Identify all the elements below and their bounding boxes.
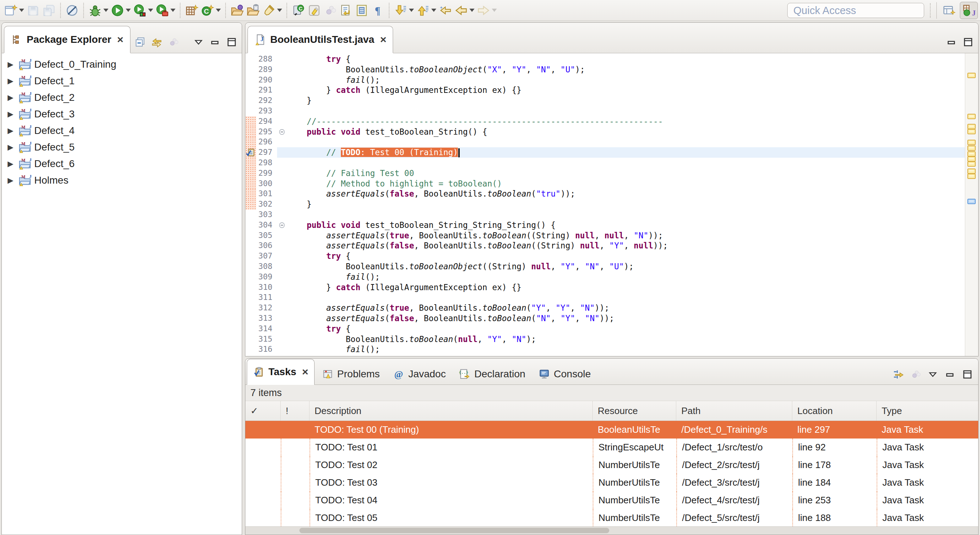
expand-arrow-icon[interactable]: ▶ bbox=[5, 126, 16, 135]
code-line-302[interactable]: 302 } bbox=[245, 199, 965, 210]
run-button[interactable] bbox=[110, 2, 132, 19]
code-line-292[interactable]: 292 } bbox=[245, 95, 965, 106]
fold-minus-icon[interactable] bbox=[278, 128, 286, 136]
annotate-brush-button[interactable] bbox=[261, 2, 283, 19]
tree-item-defect_3[interactable]: ▶MJDefect_3 bbox=[2, 106, 242, 122]
team-sync-icon[interactable] bbox=[167, 37, 179, 48]
tab-booleanutilstest[interactable]: J BooleanUtilsTest.java × bbox=[248, 26, 393, 53]
tab-console[interactable]: Console bbox=[533, 364, 597, 384]
open-perspective-button[interactable] bbox=[940, 2, 958, 19]
clipboard-folder-button[interactable] bbox=[245, 2, 261, 19]
dropdown-caret-icon[interactable] bbox=[19, 9, 24, 12]
code-line-306[interactable]: 306 assertEquals(false, BooleanUtils.toB… bbox=[245, 240, 965, 251]
code-line-298[interactable]: 298 bbox=[245, 158, 965, 168]
code-line-290[interactable]: 290 fail(); bbox=[245, 75, 965, 85]
code-line-314[interactable]: 314 try { bbox=[245, 324, 965, 334]
tree-item-defect_4[interactable]: ▶MJDefect_4 bbox=[2, 122, 242, 139]
close-icon[interactable]: × bbox=[117, 34, 124, 45]
show-whitespace-button[interactable]: ¶ bbox=[370, 2, 385, 19]
new-java-project-button[interactable] bbox=[184, 2, 200, 19]
tab-package-explorer[interactable]: Package Explorer × bbox=[4, 26, 130, 53]
tree-item-defect_2[interactable]: ▶MJDefect_2 bbox=[2, 89, 242, 106]
task-annotation-mark[interactable] bbox=[967, 168, 976, 174]
open-type-folder-button[interactable] bbox=[229, 2, 245, 19]
column-header-description[interactable]: Description bbox=[310, 401, 593, 421]
tab-tasks[interactable]: Tasks× bbox=[247, 359, 315, 385]
task-row[interactable]: TODO: Test 02NumberUtilsTe/Defect_2/src/… bbox=[245, 456, 978, 474]
dropdown-caret-icon[interactable] bbox=[409, 9, 414, 12]
expand-arrow-icon[interactable]: ▶ bbox=[5, 110, 16, 119]
code-line-293[interactable]: 293 bbox=[245, 106, 965, 116]
fold-collapse-control[interactable] bbox=[277, 127, 287, 137]
code-line-299[interactable]: 299 // Failing Test 00 bbox=[245, 168, 965, 179]
mark-occurrences-button[interactable] bbox=[306, 2, 322, 19]
task-row[interactable]: TODO: Test 00 (Training)BooleanUtilsTe/D… bbox=[245, 421, 978, 438]
debug-button[interactable] bbox=[87, 2, 110, 19]
open-task-button[interactable]: C bbox=[290, 2, 306, 19]
code-line-310[interactable]: 310 } catch (IllegalArgumentException ex… bbox=[245, 282, 965, 293]
quick-access-input[interactable] bbox=[787, 3, 924, 18]
code-line-300[interactable]: 300 // Method to highlight = toBoolean() bbox=[245, 179, 965, 189]
dropdown-caret-icon[interactable] bbox=[492, 9, 497, 12]
code-line-296[interactable]: 296 bbox=[245, 137, 965, 147]
task-row[interactable]: TODO: Test 01StringEscapeUt/Defect_1/src… bbox=[245, 438, 978, 456]
dropdown-caret-icon[interactable] bbox=[148, 9, 153, 12]
code-line-304[interactable]: 304 public void test_toBoolean_String_St… bbox=[245, 220, 965, 230]
dropdown-caret-icon[interactable] bbox=[431, 9, 436, 12]
outline-doc-button[interactable] bbox=[354, 2, 370, 19]
task-annotation-mark[interactable] bbox=[967, 173, 976, 179]
java-perspective-button[interactable]: J bbox=[960, 2, 978, 19]
dropdown-caret-icon[interactable] bbox=[469, 9, 474, 12]
code-line-303[interactable]: 303 bbox=[245, 210, 965, 220]
fold-collapse-control[interactable] bbox=[277, 220, 287, 230]
skip-breakpoints-button[interactable] bbox=[64, 2, 80, 19]
code-line-294[interactable]: 294 //----------------------------------… bbox=[245, 116, 965, 127]
task-annotation-mark[interactable] bbox=[967, 151, 976, 157]
dropdown-caret-icon[interactable] bbox=[126, 9, 131, 12]
code-line-291[interactable]: 291 } catch (IllegalArgumentException ex… bbox=[245, 85, 965, 95]
minimize-icon[interactable] bbox=[944, 369, 956, 380]
fold-minus-icon[interactable] bbox=[278, 221, 286, 229]
maximize-icon[interactable] bbox=[962, 369, 973, 380]
expand-arrow-icon[interactable]: ▶ bbox=[5, 159, 16, 168]
dropdown-caret-icon[interactable] bbox=[216, 9, 221, 12]
code-line-316[interactable]: 316 fail(); bbox=[245, 344, 965, 355]
tree-item-holmes[interactable]: ▶MJHolmes bbox=[2, 172, 242, 189]
prev-annotation-button[interactable] bbox=[415, 2, 438, 19]
code-line-301[interactable]: 301 assertEquals(false, BooleanUtils.toB… bbox=[245, 189, 965, 199]
code-line-313[interactable]: 313 assertEquals(false, BooleanUtils.toB… bbox=[245, 313, 965, 324]
expand-arrow-icon[interactable]: ▶ bbox=[5, 60, 16, 69]
new-class-wizard-button[interactable]: C bbox=[200, 2, 222, 19]
column-header-path[interactable]: Path bbox=[676, 401, 792, 421]
dropdown-caret-icon[interactable] bbox=[170, 9, 175, 12]
task-annotation-mark[interactable] bbox=[967, 140, 976, 145]
tab-declaration[interactable]: {..}Declaration bbox=[453, 364, 531, 384]
task-annotation-mark[interactable] bbox=[967, 129, 976, 134]
info-annotation-mark[interactable] bbox=[967, 199, 976, 204]
view-menu-icon[interactable] bbox=[927, 369, 939, 380]
column-header-location[interactable]: Location bbox=[792, 401, 877, 421]
task-annotation-mark[interactable] bbox=[967, 114, 976, 119]
tab-problems[interactable]: Problems bbox=[316, 364, 385, 384]
focus-task-icon[interactable] bbox=[892, 369, 904, 380]
code-editor[interactable]: 288 try {289 BooleanUtils.toBooleanObjec… bbox=[245, 53, 965, 356]
task-annotation-mark[interactable] bbox=[967, 161, 976, 167]
team-sync-icon[interactable] bbox=[910, 369, 921, 380]
code-line-295[interactable]: 295 public void test_toBoolean_String() … bbox=[245, 127, 965, 137]
back-button[interactable] bbox=[453, 2, 476, 19]
column-header-type[interactable]: Type bbox=[877, 401, 978, 421]
expand-arrow-icon[interactable]: ▶ bbox=[5, 143, 16, 152]
code-line-297[interactable]: 297 // TODO: Test 00 (Training) bbox=[245, 147, 965, 158]
tree-item-defect_5[interactable]: ▶MJDefect_5 bbox=[2, 139, 242, 156]
tab-javadoc[interactable]: @Javadoc bbox=[387, 364, 452, 384]
dropdown-caret-icon[interactable] bbox=[103, 9, 108, 12]
task-annotation-mark[interactable] bbox=[967, 156, 976, 162]
code-line-305[interactable]: 305 assertEquals(true, BooleanUtils.toBo… bbox=[245, 230, 965, 241]
view-menu-icon[interactable] bbox=[193, 37, 204, 48]
task-annotation-mark[interactable] bbox=[967, 124, 976, 129]
task-row[interactable]: TODO: Test 04NumberUtilsTe/Defect_4/src/… bbox=[245, 491, 978, 509]
task-row[interactable]: TODO: Test 03NumberUtilsTe/Defect_3/src/… bbox=[245, 474, 978, 491]
minimize-icon[interactable] bbox=[209, 37, 221, 48]
code-line-312[interactable]: 312 assertEquals(true, BooleanUtils.toBo… bbox=[245, 303, 965, 313]
column-header-check[interactable]: ✓ bbox=[245, 401, 281, 421]
